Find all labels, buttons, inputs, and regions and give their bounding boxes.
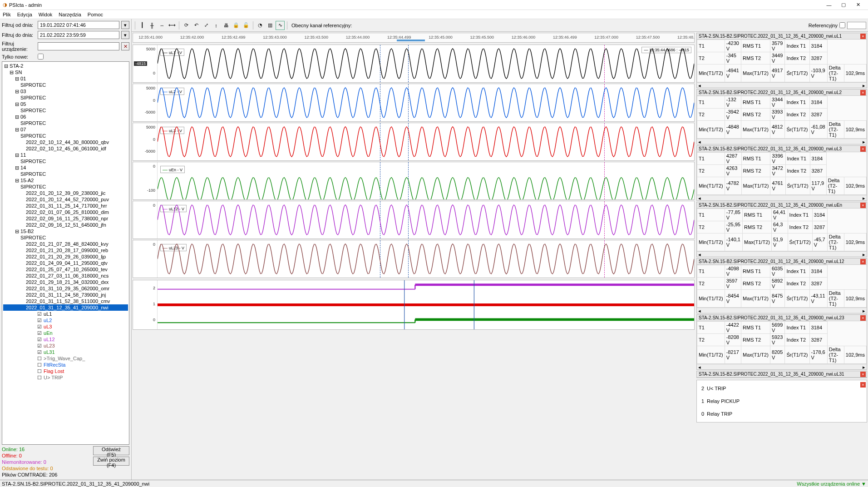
tree-row[interactable]: ⊟ 01 [3,75,128,82]
tree-row[interactable]: ☑ uL12 [3,336,128,343]
tree-row[interactable]: 2022_01_31_11_52_38_511000_cmv [3,298,128,304]
tree-row[interactable]: 2022_01_27_03_11_06_318000_ncs [3,273,128,279]
tree-row[interactable]: ⊟ STA-2 [3,63,128,69]
tree-row[interactable]: ⊟ 03 [3,88,128,94]
tree-row[interactable]: ⊟ 14 [3,164,128,171]
tree-row[interactable]: ⊟ 15-B2 [3,228,128,234]
fit-all-icon[interactable]: ⤢ [202,21,211,30]
tree-row[interactable]: SIPROTEC [3,120,128,126]
cursor-double-icon[interactable]: ╫ [148,21,157,30]
calendar-from-icon[interactable]: ▾ [121,21,129,29]
filter-from-input[interactable] [38,21,119,29]
analog-plot[interactable]: 50000-5000— uL2 - V [133,84,695,122]
tree-row[interactable]: ☑ uL31 [3,349,128,355]
tree-row[interactable]: SIPROTEC [3,184,128,190]
info-close-icon[interactable]: × [860,90,866,95]
tree-row[interactable]: ☐ >Trig_Wave_Cap_ [3,355,128,362]
clear-filter-icon[interactable]: ✕ [121,42,129,50]
calendar-to-icon[interactable]: ▾ [121,31,129,39]
bars-icon[interactable]: ▥ [266,21,275,30]
tree-row[interactable]: 2022_01_21_20_28_17_099000_reb [3,247,128,253]
menu-narzedzia[interactable]: Narzędzia [59,12,81,17]
digital-plot[interactable]: 210 [133,280,695,330]
tree-row[interactable]: 2022_01_21_20_29_26_039000_ljp [3,253,128,260]
print-icon[interactable]: 🖶 [222,21,231,30]
tree-row[interactable]: ⊟ 15-A2 [3,177,128,184]
tree-row[interactable]: ⊟ 07 [3,126,128,133]
analog-plot[interactable]: 50000-5000— uL3 - V [133,123,695,161]
tree-row[interactable]: SIPROTEC [3,94,128,101]
tree-row[interactable]: ☑ uEn [3,330,128,336]
fit-horiz-icon[interactable]: ⟷ [168,21,177,30]
info-scroll[interactable]: ◂▸ [697,139,867,144]
tree-row[interactable]: 2022_01_20_12_44_52_720000_puv [3,196,128,203]
filter-device-input[interactable] [38,42,119,50]
info-close-icon[interactable]: × [860,203,866,208]
tree-row[interactable]: ⊟ SN [3,69,128,75]
info-scroll[interactable]: ◂▸ [697,195,867,200]
analog-plot[interactable]: 0— uL23 - V [133,240,695,278]
tree-row[interactable]: SIPROTEC [3,107,128,114]
only-new-checkbox[interactable] [38,54,44,60]
tree-row[interactable]: ⊟ 06 [3,114,128,120]
legend-close-icon[interactable]: × [860,382,866,388]
tree-row[interactable]: 2022_01_31_11_24_58_739000_jnj [3,292,128,298]
cursor-single-icon[interactable]: ┃ [138,21,147,30]
wave-toggle-icon[interactable]: ∿ [276,21,285,30]
clock-icon[interactable]: ◔ [256,21,265,30]
ref-checkbox[interactable] [839,22,845,28]
tree-row[interactable]: 2022_02_09_16_11_25_738000_npr [3,215,128,222]
ref-color-box[interactable] [847,22,866,29]
tree-row[interactable]: ☑ uL3 [3,323,128,330]
tree-row[interactable]: 2022_01_21_07_28_48_824000_kvy [3,241,128,247]
info-scroll[interactable]: ◂▸ [697,364,867,369]
time-ruler[interactable]: 12:35:41.00012:35:42.00012:35:42.49912:3… [133,33,695,43]
info-close-icon[interactable]: × [860,146,866,152]
analog-plot[interactable]: 0— uL12 - V [133,201,695,239]
tree-row[interactable]: ☐ FltRecSta [3,362,128,368]
collapse-button[interactable]: Zwiń poziom (F4) [93,457,129,466]
info-close-icon[interactable]: × [860,315,866,321]
unlock-icon[interactable]: 🔓 [242,21,251,30]
tree-row[interactable]: 2022_01_25_07_47_10_265000_tev [3,266,128,273]
tree-row[interactable]: 2022_02_10_12_44_30_800000_qbv [3,139,128,145]
time-segment[interactable] [397,40,425,41]
minimize-button[interactable]: ― [822,1,836,9]
tree-row[interactable]: ☑ uL2 [3,317,128,323]
tree-row[interactable]: 2022_02_01_07_06_25_810000_dim [3,209,128,215]
info-close-icon[interactable]: × [860,372,866,377]
info-scroll[interactable]: ◂▸ [697,308,867,313]
analog-plot[interactable]: 0-100— uEn - V [133,162,695,200]
tree-row[interactable]: ☑ uL23 [3,343,128,349]
refresh-button[interactable]: Odśwież (F5) [93,446,129,455]
analog-plot[interactable]: 50000— uL1 - V— 12:35:44.3686 : -4815-48… [133,45,695,83]
fit-y-icon[interactable]: ↕ [212,21,221,30]
close-button[interactable]: ✕ [851,1,865,9]
device-tree[interactable]: ⊟ STA-2⊟ SN⊟ 01SIPROTEC⊟ 03SIPROTEC⊟ 05S… [2,61,129,445]
tree-row[interactable]: ☑ uL1 [3,311,128,317]
tree-row[interactable]: ⊟ 05 [3,101,128,107]
tree-row[interactable]: 2022_02_10_12_45_06_061000_idf [3,145,128,152]
tree-row[interactable]: 2022_01_31_12_35_41_209000_nwi [3,304,128,311]
filter-to-input[interactable] [38,31,119,39]
status-right[interactable]: Wszystkie urządzenia online ▼ [797,481,866,487]
tree-row[interactable]: ⊟ 11 [3,152,128,158]
tree-row[interactable]: 2022_01_31_11_25_14_717000_hrr [3,203,128,209]
tree-row[interactable]: ☐ Flag Lost [3,368,128,374]
tree-row[interactable]: 2022_01_31_10_29_35_062000_omr [3,285,128,292]
undo-icon[interactable]: ↶ [192,21,201,30]
tree-row[interactable]: SIPROTEC [3,133,128,139]
tree-row[interactable]: 2022_01_20_12_39_09_238000_jic [3,190,128,196]
tree-row[interactable]: 2022_01_24_09_04_11_295000_qtv [3,260,128,266]
menu-pomoc[interactable]: Pomoc [88,12,103,17]
menu-widok[interactable]: Widok [39,12,53,17]
maximize-button[interactable]: ▢ [836,1,851,9]
tree-row[interactable]: SIPROTEC [3,171,128,177]
tree-row[interactable]: 2022_01_29_18_21_34_032000_dxx [3,279,128,285]
menu-plik[interactable]: Plik [3,12,11,17]
tree-row[interactable]: SIPROTEC [3,82,128,88]
info-scroll[interactable]: ◂▸ [697,251,867,257]
info-close-icon[interactable]: × [860,259,866,264]
tree-row[interactable]: SIPROTEC [3,234,128,241]
info-scroll[interactable]: ◂▸ [697,82,867,88]
